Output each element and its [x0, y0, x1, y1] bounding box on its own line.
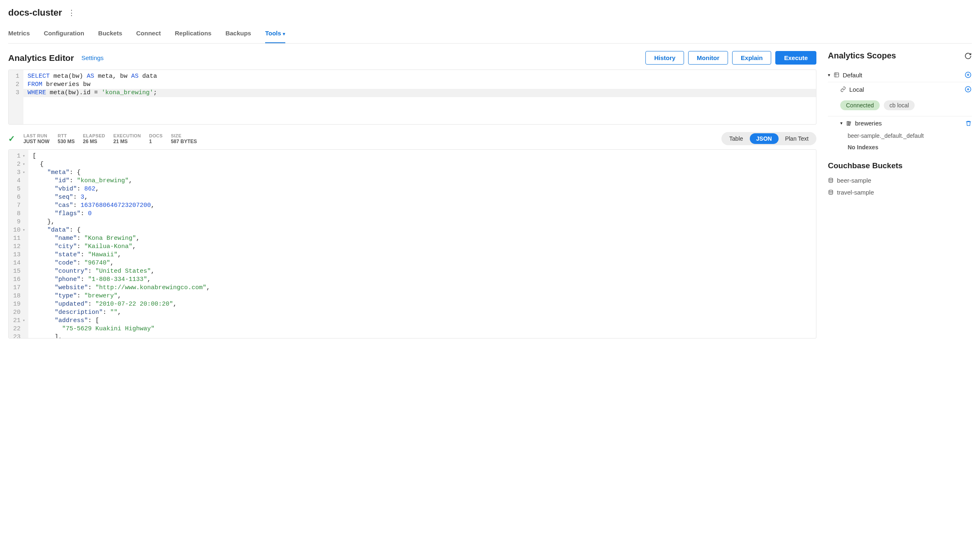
- chevron-down-icon[interactable]: ▾: [828, 72, 830, 78]
- chevron-down-icon: ▾: [283, 31, 285, 36]
- scope-default[interactable]: ▾ Default: [828, 68, 972, 82]
- cb-local-badge: cb local: [884, 100, 915, 110]
- badge-row: Connected cb local: [828, 96, 972, 116]
- refresh-icon[interactable]: [964, 52, 972, 60]
- no-indexes-label: No Indexes: [828, 141, 972, 153]
- scope-icon: [834, 72, 839, 78]
- scopes-title: Analytics Scopes: [828, 51, 964, 60]
- chevron-down-icon[interactable]: ▾: [840, 121, 843, 126]
- trash-icon[interactable]: [965, 120, 972, 127]
- stat-size: SIZE 587 BYTES: [171, 133, 197, 144]
- collection-icon: [846, 121, 852, 126]
- stat-rtt: RTT 530 MS: [58, 133, 74, 144]
- bucket-label: travel-sample: [837, 189, 874, 196]
- execute-button[interactable]: Execute: [775, 51, 816, 65]
- explain-button[interactable]: Explain: [732, 51, 771, 65]
- view-seg-plan-text[interactable]: Plan Text: [779, 133, 815, 144]
- cluster-name: docs-cluster: [8, 7, 62, 18]
- view-seg-table[interactable]: Table: [723, 133, 749, 144]
- tab-backups[interactable]: Backups: [225, 26, 251, 43]
- scope-default-label: Default: [843, 72, 862, 79]
- bucket-travel-sample[interactable]: travel-sample: [828, 186, 972, 198]
- stat-elapsed: ELAPSED 26 MS: [83, 133, 105, 144]
- view-seg-json[interactable]: JSON: [750, 133, 779, 144]
- svg-rect-0: [834, 73, 839, 77]
- tab-metrics[interactable]: Metrics: [8, 26, 30, 43]
- nav-tabs: MetricsConfigurationBucketsConnectReplic…: [8, 23, 972, 44]
- query-editor[interactable]: 123 SELECT meta(bw) AS meta, bw AS dataF…: [8, 70, 816, 125]
- bucket-beer-sample[interactable]: beer-sample: [828, 174, 972, 186]
- connected-badge: Connected: [840, 100, 880, 110]
- bucket-label: beer-sample: [837, 177, 871, 184]
- history-button[interactable]: History: [645, 51, 684, 65]
- cluster-kebab-menu[interactable]: ⋮: [68, 8, 76, 17]
- add-scope-icon[interactable]: [964, 71, 972, 79]
- database-icon: [828, 190, 834, 195]
- scope-local[interactable]: Local: [828, 82, 972, 96]
- tab-replications[interactable]: Replications: [175, 26, 211, 43]
- svg-point-4: [829, 190, 832, 192]
- add-link-icon[interactable]: [964, 86, 972, 93]
- tab-tools[interactable]: Tools▾: [265, 26, 285, 43]
- result-viewer[interactable]: 1▾2▾3▾45678910▾1112131415161718192021▾22…: [8, 149, 816, 339]
- database-icon: [828, 178, 834, 183]
- scope-local-label: Local: [849, 86, 864, 93]
- page-title: Analytics Editor: [8, 53, 74, 63]
- monitor-button[interactable]: Monitor: [688, 51, 728, 65]
- collection-breweries-label: breweries: [855, 120, 882, 127]
- stat-last-run: LAST RUN JUST NOW: [23, 133, 49, 144]
- success-check-icon: ✓: [8, 134, 15, 144]
- tab-buckets[interactable]: Buckets: [98, 26, 122, 43]
- collection-breweries[interactable]: ▾ breweries: [828, 116, 972, 130]
- link-icon: [840, 86, 846, 92]
- result-view-toggle: TableJSONPlan Text: [721, 132, 816, 145]
- stat-docs: DOCS 1: [149, 133, 163, 144]
- settings-link[interactable]: Settings: [81, 54, 104, 61]
- tab-configuration[interactable]: Configuration: [44, 26, 84, 43]
- tab-connect[interactable]: Connect: [136, 26, 161, 43]
- svg-point-3: [829, 178, 832, 180]
- breweries-path: beer-sample._default._default: [828, 130, 972, 141]
- stat-execution: EXECUTION 21 MS: [113, 133, 141, 144]
- buckets-title: Couchbase Buckets: [828, 161, 972, 170]
